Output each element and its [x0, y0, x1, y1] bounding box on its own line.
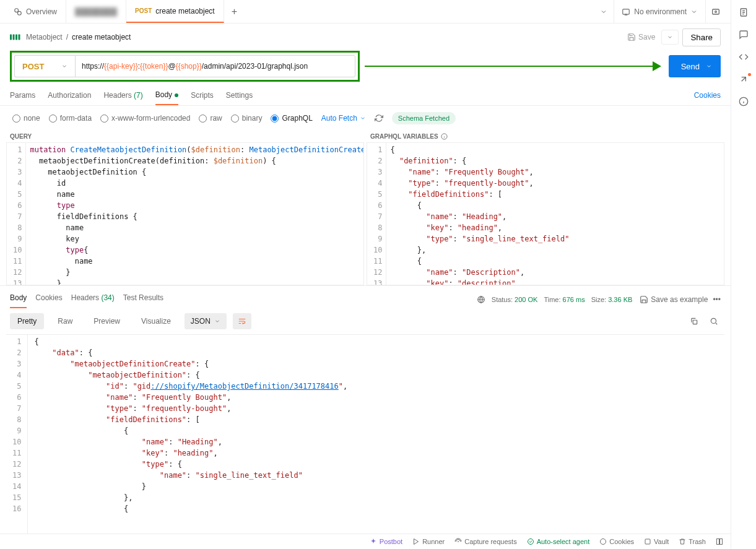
response-more-button[interactable]: •••	[713, 295, 721, 304]
info-icon[interactable]	[739, 97, 749, 106]
query-editor[interactable]: 12345678910111213 mutation CreateMetaobj…	[6, 142, 364, 285]
save-button[interactable]: Save	[621, 29, 661, 45]
chevron-down-icon	[360, 115, 366, 121]
schema-fetched-badge: Schema Fetched	[392, 112, 456, 124]
search-button[interactable]	[707, 314, 721, 328]
chevron-down-icon	[214, 318, 220, 324]
footer-autoselect[interactable]: Auto-select agent	[527, 538, 590, 545]
svg-point-13	[458, 542, 459, 542]
modified-dot-icon	[175, 93, 178, 97]
cookies-link[interactable]: Cookies	[694, 87, 721, 105]
environment-dropdown[interactable]: No environment	[614, 0, 705, 23]
send-button[interactable]: Send	[669, 55, 721, 77]
tab-label: ████████	[75, 7, 117, 16]
tab-add-button[interactable]: +	[224, 6, 245, 17]
environment-icon	[622, 7, 630, 16]
refresh-schema-button[interactable]	[375, 114, 383, 123]
footer-runner[interactable]: Runner	[412, 538, 445, 545]
save-example-button[interactable]: Save as example	[640, 295, 708, 304]
check-circle-icon	[527, 538, 534, 545]
tab-label: Overview	[26, 7, 57, 16]
footer-vault[interactable]: Vault	[644, 538, 669, 545]
footer-cookies[interactable]: Cookies	[599, 538, 634, 545]
save-dropdown-button[interactable]	[661, 30, 679, 45]
save-icon	[627, 33, 636, 41]
save-label: Save	[638, 33, 655, 41]
tab-create-metaobject[interactable]: POST create metaobject	[126, 0, 224, 23]
vault-icon	[644, 538, 651, 545]
code-icon[interactable]	[739, 52, 749, 62]
view-preview[interactable]: Preview	[86, 313, 128, 329]
tab-params[interactable]: Params	[10, 87, 35, 105]
radio-none[interactable]: none	[12, 114, 40, 123]
radio-raw[interactable]: raw	[199, 114, 222, 123]
svg-rect-8	[19, 35, 20, 40]
search-icon	[710, 317, 718, 326]
format-dropdown[interactable]: JSON	[185, 313, 227, 329]
globe-icon[interactable]	[477, 295, 485, 304]
breadcrumb-parent[interactable]: Metaobject	[26, 33, 63, 41]
url-highlight-box: POST https://{{api-key}}:{{token}}@{{sho…	[10, 51, 360, 82]
footer-trash[interactable]: Trash	[679, 538, 706, 545]
svg-rect-6	[13, 35, 15, 40]
resp-tab-body[interactable]: Body	[10, 291, 27, 308]
tab-label: create metaobject	[155, 7, 214, 15]
response-meta: Status: 200 OK Time: 676 ms Size: 3.36 K…	[477, 295, 633, 304]
view-raw[interactable]: Raw	[50, 313, 80, 329]
query-pane: QUERY 12345678910111213 mutation CreateM…	[6, 131, 364, 285]
tab-scripts[interactable]: Scripts	[191, 87, 214, 105]
view-pretty[interactable]: Pretty	[10, 313, 44, 329]
resp-tab-headers[interactable]: Headers (34)	[71, 291, 115, 308]
breadcrumb-row: Metaobject / create metaobject Save Shar…	[0, 24, 731, 51]
view-visualize[interactable]: Visualize	[134, 313, 178, 329]
footer-postbot[interactable]: Postbot	[370, 538, 402, 545]
expand-icon[interactable]	[739, 74, 749, 84]
tab-headers[interactable]: Headers (7)	[103, 87, 142, 105]
radio-binary[interactable]: binary	[231, 114, 263, 123]
chevron-down-icon	[706, 63, 712, 69]
editors-row: QUERY 12345678910111213 mutation CreateM…	[0, 131, 731, 285]
radio-formdata[interactable]: form-data	[49, 114, 92, 123]
footer-capture[interactable]: Capture requests	[454, 538, 516, 545]
chevron-down-icon	[61, 63, 67, 69]
tab-authorization[interactable]: Authorization	[48, 87, 91, 105]
info-icon[interactable]	[441, 133, 448, 140]
variables-label: GRAPHQL VARIABLES	[367, 131, 724, 142]
tab-settings[interactable]: Settings	[226, 87, 253, 105]
radio-xwww[interactable]: x-www-form-urlencoded	[100, 114, 190, 123]
copy-icon	[690, 317, 698, 326]
response-body-editor[interactable]: 12345678910111213141516 { "data": { "met…	[6, 334, 724, 534]
radio-graphql[interactable]: GraphQL	[271, 114, 312, 123]
svg-point-12	[711, 318, 716, 323]
docs-icon[interactable]	[739, 7, 749, 17]
request-tabs: Params Authorization Headers (7) Body Sc…	[0, 82, 731, 106]
tab-overview[interactable]: Overview	[5, 0, 66, 23]
tab-body[interactable]: Body	[155, 87, 178, 105]
tab-overflow-dropdown[interactable]	[594, 8, 614, 15]
method-label: POST	[135, 7, 152, 14]
layout-icon	[716, 538, 723, 545]
svg-rect-2	[623, 9, 630, 14]
copy-button[interactable]	[687, 314, 701, 328]
tab-blurred[interactable]: ████████	[66, 0, 126, 23]
comment-icon[interactable]	[739, 30, 749, 40]
autofetch-dropdown[interactable]: Auto Fetch	[321, 114, 366, 123]
sparkle-icon	[370, 538, 377, 545]
method-dropdown[interactable]: POST	[14, 55, 75, 77]
share-button[interactable]: Share	[682, 28, 721, 46]
resp-tab-cookies[interactable]: Cookies	[35, 291, 62, 308]
url-input[interactable]: https://{{api-key}}:{{token}}@{{shop}}/a…	[75, 55, 355, 77]
resp-tab-test[interactable]: Test Results	[123, 291, 163, 308]
svg-point-15	[601, 539, 606, 545]
svg-point-1	[17, 11, 21, 15]
svg-rect-16	[645, 539, 650, 544]
tab-bar: Overview ████████ POST create metaobject…	[0, 0, 731, 24]
footer-layout[interactable]	[716, 538, 723, 545]
chevron-down-icon	[690, 8, 698, 15]
wrap-icon	[238, 317, 246, 326]
variables-editor[interactable]: 12345678910111213 { "definition": { "nam…	[367, 142, 724, 285]
http-icon	[10, 33, 21, 41]
environment-settings-button[interactable]	[705, 0, 726, 23]
arrow-icon	[653, 61, 661, 71]
wrap-button[interactable]	[233, 313, 251, 329]
